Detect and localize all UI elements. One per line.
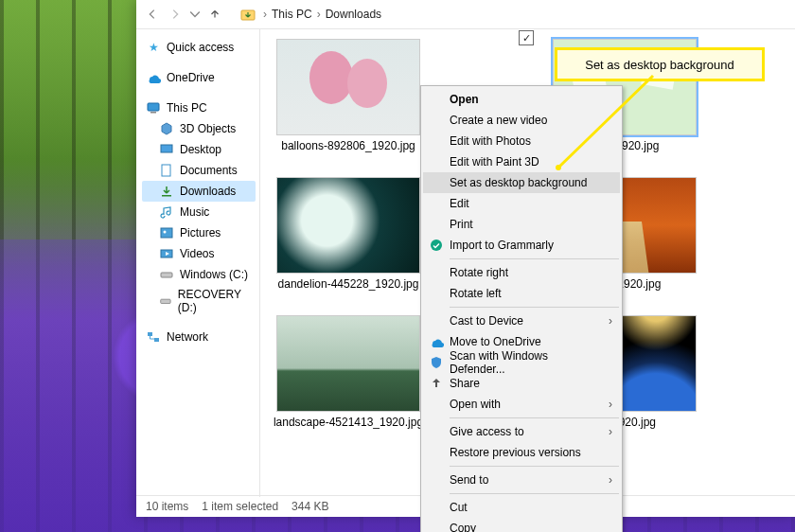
nav-label: Quick access xyxy=(167,41,234,54)
nav-label: Documents xyxy=(180,164,238,177)
nav-label: 3D Objects xyxy=(180,122,236,135)
ctx-set-desktop-background[interactable]: Set as desktop background xyxy=(423,172,620,193)
nav-network[interactable]: Network xyxy=(142,327,256,347)
nav-label: Network xyxy=(167,330,208,344)
shield-icon xyxy=(429,355,444,370)
file-name: balloons-892806_1920.jpg xyxy=(268,139,429,152)
menu-separator xyxy=(450,258,619,259)
svg-rect-3 xyxy=(161,145,172,152)
nav-label: Videos xyxy=(180,247,214,260)
submenu-arrow-icon: › xyxy=(609,473,612,487)
music-icon xyxy=(159,204,174,220)
ctx-print[interactable]: Print xyxy=(423,214,620,235)
svg-rect-4 xyxy=(162,165,170,176)
svg-rect-12 xyxy=(154,338,159,342)
nav-this-pc[interactable]: This PC xyxy=(142,98,256,118)
pictures-icon xyxy=(159,225,174,240)
ctx-cast-to-device[interactable]: Cast to Device› xyxy=(423,310,620,331)
downloads-icon xyxy=(159,184,174,199)
recent-dropdown-button[interactable] xyxy=(189,6,201,23)
videos-icon xyxy=(159,246,174,261)
network-icon xyxy=(146,329,161,345)
ctx-share[interactable]: Share xyxy=(423,373,620,394)
share-icon xyxy=(429,376,444,391)
breadcrumb-current[interactable]: Downloads xyxy=(326,8,381,21)
svg-rect-1 xyxy=(148,103,159,111)
drive-icon xyxy=(159,267,174,282)
thumbnail-image xyxy=(276,39,420,135)
svg-rect-10 xyxy=(161,299,170,303)
onedrive-icon xyxy=(146,70,161,85)
ctx-cut[interactable]: Cut xyxy=(423,497,620,518)
onedrive-icon xyxy=(429,334,444,349)
desktop-icon xyxy=(159,142,174,157)
star-icon: ★ xyxy=(146,40,161,55)
thumbnail-image xyxy=(276,315,420,412)
chevron-right-icon: › xyxy=(263,8,267,21)
annotation-text: Set as desktop background xyxy=(585,58,734,72)
svg-rect-6 xyxy=(161,228,172,238)
svg-rect-5 xyxy=(162,195,171,197)
breadcrumb-root[interactable]: This PC xyxy=(272,8,312,21)
submenu-arrow-icon: › xyxy=(609,314,612,328)
grammarly-icon xyxy=(429,238,444,253)
nav-label: Desktop xyxy=(180,143,221,156)
nav-quick-access[interactable]: ★ Quick access xyxy=(142,37,256,58)
forward-button[interactable] xyxy=(167,6,184,23)
status-selection-count: 1 item selected xyxy=(202,500,278,513)
ctx-import-grammarly[interactable]: Import to Grammarly xyxy=(423,235,620,256)
nav-drive-d[interactable]: RECOVERY (D:) xyxy=(142,285,256,317)
nav-documents[interactable]: Documents xyxy=(142,160,256,181)
menu-separator xyxy=(450,307,619,308)
nav-label: Downloads xyxy=(180,185,236,198)
nav-music[interactable]: Music xyxy=(142,202,256,222)
nav-label: RECOVERY (D:) xyxy=(178,288,252,314)
svg-rect-9 xyxy=(161,273,172,277)
status-selection-size: 344 KB xyxy=(292,500,328,513)
nav-downloads[interactable]: Downloads xyxy=(142,181,256,202)
drive-icon xyxy=(159,293,172,309)
nav-label: Windows (C:) xyxy=(180,268,248,281)
ctx-rotate-left[interactable]: Rotate left xyxy=(423,283,620,304)
submenu-arrow-icon: › xyxy=(609,425,612,438)
address-bar: › This PC › Downloads xyxy=(136,0,795,29)
file-name: landscape-4521413_1920.jpg xyxy=(268,416,429,429)
ctx-edit[interactable]: Edit xyxy=(423,193,620,214)
file-thumbnail[interactable]: landscape-4521413_1920.jpg xyxy=(277,315,419,429)
breadcrumb[interactable]: › This PC › Downloads xyxy=(261,8,381,21)
ctx-give-access[interactable]: Give access to› xyxy=(423,421,620,442)
nav-onedrive[interactable]: OneDrive xyxy=(142,67,256,88)
file-thumbnail[interactable]: dandelion-445228_1920.jpg xyxy=(277,177,419,291)
file-thumbnail[interactable]: balloons-892806_1920.jpg xyxy=(277,39,419,152)
ctx-create-video[interactable]: Create a new video xyxy=(423,110,620,131)
file-name: dandelion-445228_1920.jpg xyxy=(268,277,429,291)
up-button[interactable] xyxy=(206,6,223,23)
nav-drive-c[interactable]: Windows (C:) xyxy=(142,264,256,285)
cube-icon xyxy=(159,121,174,136)
nav-label: This PC xyxy=(167,101,207,115)
documents-icon xyxy=(159,163,174,178)
ctx-open[interactable]: Open xyxy=(423,89,620,110)
ctx-copy[interactable]: Copy xyxy=(423,518,620,532)
nav-3d-objects[interactable]: 3D Objects xyxy=(142,118,256,139)
back-button[interactable] xyxy=(144,6,161,23)
nav-videos[interactable]: Videos xyxy=(142,243,256,264)
ctx-edit-photos[interactable]: Edit with Photos xyxy=(423,131,620,151)
ctx-scan-defender[interactable]: Scan with Windows Defender... xyxy=(423,352,620,373)
nav-pictures[interactable]: Pictures xyxy=(142,222,256,243)
ctx-open-with[interactable]: Open with› xyxy=(423,394,620,415)
svg-point-7 xyxy=(164,231,167,234)
ctx-restore-versions[interactable]: Restore previous versions xyxy=(423,442,620,463)
svg-rect-2 xyxy=(150,112,156,114)
svg-rect-11 xyxy=(148,332,152,336)
ctx-edit-paint3d[interactable]: Edit with Paint 3D xyxy=(423,151,620,172)
ctx-rotate-right[interactable]: Rotate right xyxy=(423,262,620,283)
menu-separator xyxy=(450,493,619,494)
menu-separator xyxy=(450,417,619,418)
svg-point-13 xyxy=(431,239,442,251)
navigation-pane: ★ Quick access OneDrive This PC 3D Objec… xyxy=(136,29,260,497)
ctx-send-to[interactable]: Send to› xyxy=(423,470,620,490)
item-checkbox-icon[interactable] xyxy=(519,30,534,45)
chevron-right-icon: › xyxy=(317,8,321,21)
nav-desktop[interactable]: Desktop xyxy=(142,139,256,160)
